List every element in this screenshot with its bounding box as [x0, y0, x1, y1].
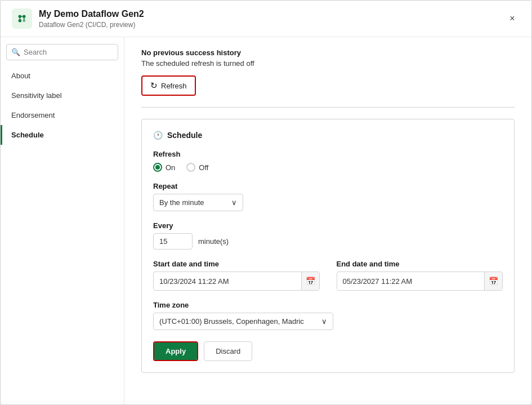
end-date-calendar-button[interactable]: 📅	[484, 272, 502, 290]
repeat-dropdown[interactable]: By the minute ∨	[153, 194, 243, 211]
radio-on[interactable]: On	[153, 163, 175, 172]
start-date-input[interactable]	[154, 273, 301, 290]
clock-icon: 🕐	[153, 131, 163, 140]
modal-header: My Demo Dataflow Gen2 Dataflow Gen2 (CI/…	[1, 1, 531, 37]
every-label: Every	[153, 221, 503, 230]
start-date-input-wrapper: 📅	[153, 272, 320, 291]
radio-on-circle	[153, 163, 162, 172]
sidebar-item-endorsement[interactable]: Endorsement	[1, 105, 124, 125]
radio-off[interactable]: Off	[186, 163, 208, 172]
schedule-header: 🕐 Schedule	[153, 131, 503, 140]
refresh-toggle-row: Refresh On Off	[153, 150, 503, 172]
radio-off-circle	[186, 163, 195, 172]
discard-button[interactable]: Discard	[204, 341, 252, 361]
header-text: My Demo Dataflow Gen2 Dataflow Gen2 (CI/…	[39, 8, 504, 29]
modal-container: My Demo Dataflow Gen2 Dataflow Gen2 (CI/…	[0, 0, 532, 405]
date-row: Start date and time 📅 End date and time	[153, 260, 503, 291]
timezone-row: Time zone (UTC+01:00) Brussels, Copenhag…	[153, 301, 503, 330]
refresh-button-highlight: ↻ Refresh	[141, 75, 196, 96]
modal-title: My Demo Dataflow Gen2	[39, 8, 504, 20]
end-date-label: End date and time	[337, 260, 503, 268]
chevron-down-icon: ∨	[231, 198, 237, 207]
app-icon	[12, 8, 32, 29]
action-row: Apply Discard	[153, 341, 503, 361]
modal-subtitle: Dataflow Gen2 (CI/CD, preview)	[39, 21, 504, 29]
end-date-input[interactable]	[337, 273, 485, 290]
close-button[interactable]: ×	[504, 11, 520, 26]
repeat-label: Repeat	[153, 182, 503, 190]
every-number-input[interactable]	[153, 233, 193, 250]
apply-button[interactable]: Apply	[154, 342, 197, 360]
unit-label: minute(s)	[198, 237, 229, 246]
end-date-field: End date and time 📅	[337, 260, 503, 291]
search-box[interactable]: 🔍	[6, 44, 118, 60]
refresh-radio-group: On Off	[153, 163, 503, 172]
timezone-chevron-icon: ∨	[321, 317, 327, 326]
sidebar-item-about[interactable]: About	[1, 66, 124, 86]
timezone-label: Time zone	[153, 301, 503, 309]
modal-body: 🔍 About Sensitivity label Endorsement Sc…	[1, 37, 531, 404]
calendar-icon: 📅	[306, 277, 315, 286]
refresh-button[interactable]: ↻ Refresh	[142, 77, 195, 95]
timezone-dropdown[interactable]: (UTC+01:00) Brussels, Copenhagen, Madric…	[153, 313, 333, 330]
sidebar-item-sensitivity-label[interactable]: Sensitivity label	[1, 86, 124, 105]
start-date-field: Start date and time 📅	[153, 260, 320, 291]
every-input-row: minute(s)	[153, 233, 503, 250]
every-row-container: Every minute(s)	[153, 221, 503, 250]
no-history-text: No previous success history	[141, 48, 515, 57]
refresh-off-text: The scheduled refresh is turned off	[141, 59, 515, 68]
search-icon: 🔍	[11, 48, 20, 56]
end-date-input-wrapper: 📅	[337, 272, 503, 291]
search-input[interactable]	[24, 48, 113, 56]
refresh-label: Refresh	[153, 150, 503, 158]
schedule-section: 🕐 Schedule Refresh On Off	[141, 119, 515, 373]
divider	[141, 107, 515, 108]
sidebar: 🔍 About Sensitivity label Endorsement Sc…	[1, 37, 124, 404]
refresh-icon: ↻	[150, 81, 158, 91]
sidebar-item-schedule[interactable]: Schedule	[1, 125, 124, 145]
calendar-icon-end: 📅	[489, 277, 498, 286]
apply-button-highlight: Apply	[153, 341, 198, 361]
main-content: No previous success history The schedule…	[124, 37, 531, 404]
repeat-row: Repeat By the minute ∨	[153, 182, 503, 211]
start-date-calendar-button[interactable]: 📅	[301, 272, 319, 290]
start-date-label: Start date and time	[153, 260, 320, 268]
